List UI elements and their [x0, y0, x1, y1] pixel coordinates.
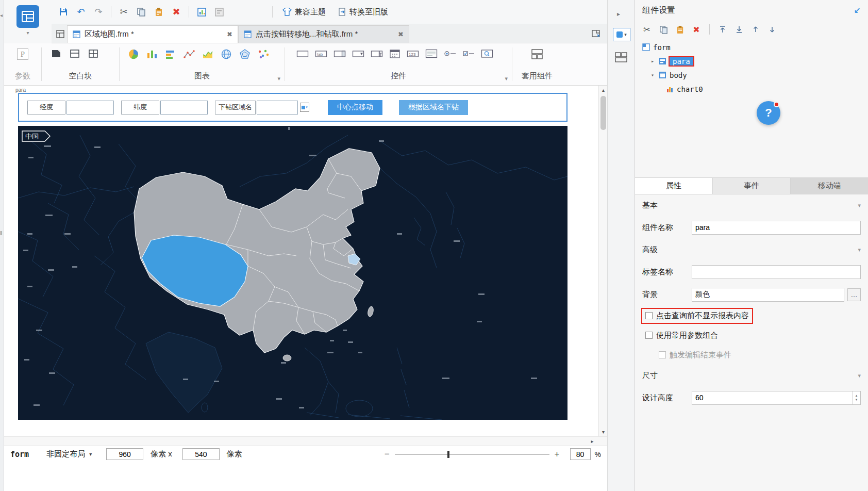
tree-item-chart0[interactable]: chart0: [642, 82, 868, 96]
help-button[interactable]: ?: [757, 101, 780, 125]
trigger-end-checkbox[interactable]: [659, 351, 666, 358]
textbox-widget-icon[interactable]: [296, 48, 309, 59]
tab-button-drilldown[interactable]: 点击按钮转移地...和钻取.frm * ✖: [238, 25, 409, 43]
cut-button[interactable]: ✂: [116, 4, 131, 20]
parameter-icon[interactable]: P: [17, 48, 28, 60]
bar-chart-icon[interactable]: [165, 49, 176, 59]
latitude-input[interactable]: [160, 101, 208, 114]
tree-item-body[interactable]: ▾ body: [642, 68, 868, 82]
dropdown-widget-icon[interactable]: [352, 48, 364, 59]
section-collapse-icon[interactable]: ▾: [858, 202, 861, 209]
splitter-handle[interactable]: ‖: [0, 230, 3, 236]
tree-copy-button[interactable]: [657, 23, 670, 36]
section-size[interactable]: 尺寸 ▾: [635, 365, 868, 386]
convert-old-button[interactable]: 转换至旧版: [333, 4, 393, 20]
expand-panel-icon[interactable]: ▸: [617, 10, 620, 18]
tab-close-icon[interactable]: ✖: [398, 30, 404, 38]
tree-item-para[interactable]: ▸ para: [642, 54, 868, 68]
background-more-button[interactable]: …: [847, 288, 861, 301]
collapse-left-icon[interactable]: ◂: [0, 12, 3, 18]
delete-button[interactable]: ✖: [169, 4, 184, 20]
longitude-label[interactable]: 经度: [27, 101, 65, 114]
absolute-block-icon[interactable]: [88, 48, 98, 59]
area-chart-icon[interactable]: [202, 49, 213, 59]
parameter-panel[interactable]: 经度 纬度 下钻区域名 ▾: [18, 93, 567, 122]
zoom-out-button[interactable]: −: [379, 449, 395, 460]
textarea-widget-icon[interactable]: [425, 48, 438, 59]
radio-widget-icon[interactable]: [444, 48, 456, 59]
label-widget-icon[interactable]: lab: [315, 48, 327, 59]
undo-button[interactable]: ↶: [73, 4, 89, 20]
section-basic[interactable]: 基本 ▾: [635, 194, 868, 216]
expander-icon[interactable]: ▾: [649, 72, 656, 78]
spinner-down-icon[interactable]: ▾: [856, 398, 858, 402]
zoom-in-button[interactable]: +: [549, 449, 565, 460]
map-chart-icon[interactable]: [221, 48, 232, 60]
components-icon[interactable]: [531, 48, 543, 60]
save-button[interactable]: [56, 4, 71, 20]
vertical-scroll-thumb[interactable]: [600, 96, 606, 130]
scroll-down-button[interactable]: ▾: [599, 428, 608, 436]
tree-paste-button[interactable]: [673, 23, 687, 36]
layout-mode-dropdown[interactable]: 非固定布局 ▾: [46, 449, 92, 459]
zoom-slider[interactable]: [395, 454, 549, 455]
widgets-expand-icon[interactable]: ▾: [505, 75, 508, 82]
redo-button[interactable]: ↷: [91, 4, 106, 20]
center-move-button[interactable]: 中心点移动: [328, 100, 382, 115]
tab-region-map[interactable]: 区域地图.frm * ✖: [67, 25, 238, 43]
chart-edit-button[interactable]: [194, 4, 209, 20]
zoom-input[interactable]: [570, 448, 591, 460]
report-block-icon[interactable]: [51, 48, 61, 59]
tree-cut-button[interactable]: ✂: [640, 23, 654, 36]
longitude-input[interactable]: [66, 101, 114, 114]
horizontal-scrollbar[interactable]: ▸: [4, 436, 607, 446]
column-chart-icon[interactable]: [146, 49, 158, 59]
tab-block-icon[interactable]: [70, 48, 80, 59]
app-menu-caret[interactable]: ▾: [26, 30, 29, 36]
tree-item-form[interactable]: form: [642, 40, 868, 54]
height-input[interactable]: [182, 448, 220, 460]
move-down-button[interactable]: [765, 23, 779, 36]
expander-icon[interactable]: ▸: [649, 58, 656, 64]
drilldown-button[interactable]: 根据区域名下钻: [399, 100, 468, 115]
hide-report-checkbox[interactable]: [645, 312, 653, 319]
scatter-chart-icon[interactable]: [258, 49, 269, 59]
move-up-button[interactable]: [749, 23, 762, 36]
query-widget-icon[interactable]: [481, 48, 493, 59]
move-top-button[interactable]: [716, 23, 729, 36]
radar-chart-icon[interactable]: [239, 48, 251, 60]
design-height-input[interactable]: [692, 394, 852, 402]
tag-name-input[interactable]: [692, 265, 861, 279]
tab-close-icon[interactable]: ✖: [227, 30, 232, 38]
section-collapse-icon[interactable]: ▾: [858, 247, 861, 253]
combo-widget-icon[interactable]: [333, 48, 346, 59]
compat-theme-button[interactable]: 兼容主题: [277, 4, 331, 20]
common-params-checkbox[interactable]: [645, 332, 653, 339]
vertical-scrollbar[interactable]: ▴ ▾: [598, 86, 607, 436]
move-bottom-button[interactable]: [732, 23, 746, 36]
date-widget-icon[interactable]: [371, 48, 383, 59]
charts-expand-icon[interactable]: ▾: [277, 75, 280, 82]
scroll-up-button[interactable]: ▴: [599, 86, 608, 94]
selected-widget-indicator[interactable]: ▾: [613, 28, 630, 41]
spinner-up-icon[interactable]: ▴: [856, 394, 858, 398]
app-logo[interactable]: [16, 5, 39, 28]
copy-button[interactable]: [133, 4, 149, 20]
scroll-right-button[interactable]: ▸: [588, 437, 597, 446]
paste-button[interactable]: [151, 4, 166, 20]
line-chart-icon[interactable]: [183, 49, 195, 59]
form-canvas[interactable]: para 经度 纬度 下钻区域名: [4, 86, 598, 436]
tree-delete-button[interactable]: ✖: [690, 23, 703, 36]
section-advanced[interactable]: 高级 ▾: [635, 239, 868, 260]
latitude-label[interactable]: 纬度: [121, 101, 159, 114]
width-input[interactable]: [106, 448, 143, 460]
zoom-slider-thumb[interactable]: [447, 451, 449, 458]
china-map-chart[interactable]: 中国: [18, 126, 567, 420]
tab-properties[interactable]: 属性: [635, 178, 713, 194]
drill-region-label[interactable]: 下钻区域名: [215, 101, 256, 114]
background-select[interactable]: 颜色: [692, 288, 844, 302]
map-region-tag[interactable]: 中国: [22, 131, 50, 141]
tab-mobile[interactable]: 移动端: [791, 178, 868, 194]
checkbox-widget-icon[interactable]: [462, 48, 475, 59]
component-name-input[interactable]: [692, 221, 861, 235]
